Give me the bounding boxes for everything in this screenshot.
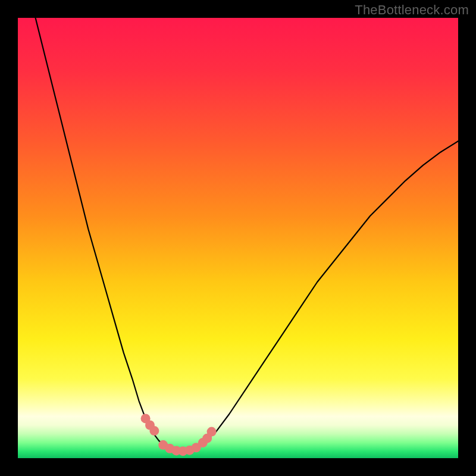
- frame: TheBottleneck.com: [0, 0, 476, 476]
- bottleneck-curve: [36, 18, 458, 451]
- watermark-text: TheBottleneck.com: [355, 2, 469, 18]
- curve-layer: [18, 18, 458, 458]
- marker-dot: [207, 427, 217, 437]
- marker-dots: [141, 414, 217, 456]
- plot-area: [18, 18, 458, 458]
- marker-dot: [149, 426, 159, 436]
